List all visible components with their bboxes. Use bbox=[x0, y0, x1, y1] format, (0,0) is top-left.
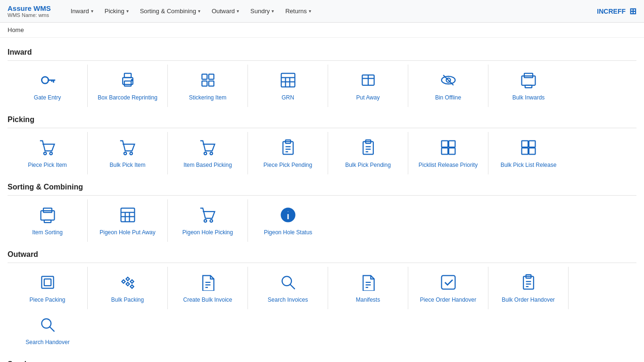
tile-row-inward: Gate EntryBox Barcode ReprintingStickeri… bbox=[8, 60, 636, 111]
tile-bin-offline[interactable]: Bin Offline bbox=[408, 65, 488, 107]
brand: Assure WMS WMS Name: wms bbox=[8, 4, 51, 18]
tile-picklist-release-priority[interactable]: Picklist Release Priority bbox=[408, 132, 488, 174]
svg-rect-10 bbox=[202, 81, 207, 86]
tile-row-outward: Piece PackingBulk PackingCreate Bulk Inv… bbox=[8, 263, 636, 355]
bulk-packing-label: Bulk Packing bbox=[111, 296, 144, 304]
svg-point-26 bbox=[43, 152, 46, 155]
tile-bulk-inwards[interactable]: Bulk Inwards bbox=[488, 65, 569, 107]
tile-item-based-picking[interactable]: Item Based Picking bbox=[168, 132, 248, 174]
put-away-label: Put Away bbox=[356, 94, 380, 102]
svg-rect-42 bbox=[441, 141, 448, 148]
svg-point-79 bbox=[41, 319, 51, 329]
bulk-pick-list-release-icon bbox=[520, 139, 537, 159]
item-based-picking-icon bbox=[199, 139, 216, 159]
tile-manifests[interactable]: Manifests bbox=[328, 267, 408, 309]
pigeon-hole-put-away-icon bbox=[119, 206, 136, 226]
pigeon-hole-put-away-label: Pigeon Hole Put Away bbox=[99, 229, 156, 237]
bulk-pick-list-release-label: Bulk Pick List Release bbox=[501, 162, 557, 169]
nav-item-sundry[interactable]: Sundry▾ bbox=[246, 0, 279, 23]
piece-pick-pending-icon bbox=[280, 139, 297, 159]
search-handover-icon bbox=[39, 316, 56, 336]
box-barcode-reprinting-icon bbox=[119, 72, 136, 91]
tile-pigeon-hole-picking[interactable]: Pigeon Hole Picking bbox=[168, 199, 248, 242]
svg-point-68 bbox=[282, 277, 291, 286]
svg-point-0 bbox=[41, 77, 48, 83]
section-title-inward: Inward bbox=[8, 48, 636, 57]
tile-piece-order-handover[interactable]: Piece Order Handover bbox=[408, 267, 488, 309]
tile-search-invoices[interactable]: Search Invoices bbox=[248, 267, 328, 309]
svg-point-30 bbox=[204, 152, 206, 155]
gate-entry-icon bbox=[39, 72, 56, 91]
tile-gate-entry[interactable]: Gate Entry bbox=[8, 65, 88, 107]
chevron-down-icon: ▾ bbox=[309, 8, 311, 14]
item-sorting-label: Item Sorting bbox=[32, 229, 63, 237]
manifests-icon bbox=[360, 274, 377, 294]
nav-item-outward[interactable]: Outward▾ bbox=[207, 0, 244, 23]
svg-rect-11 bbox=[208, 81, 214, 86]
box-barcode-reprinting-label: Box Barcode Reprinting bbox=[98, 94, 157, 102]
pigeon-hole-status-icon bbox=[280, 206, 297, 226]
svg-point-28 bbox=[124, 152, 126, 155]
bulk-packing-icon bbox=[119, 274, 136, 294]
svg-rect-44 bbox=[441, 148, 448, 155]
tile-pigeon-hole-put-away[interactable]: Pigeon Hole Put Away bbox=[88, 199, 168, 242]
grn-label: GRN bbox=[281, 94, 294, 102]
chevron-down-icon: ▾ bbox=[198, 8, 200, 14]
svg-point-27 bbox=[50, 152, 52, 155]
search-invoices-icon bbox=[280, 274, 297, 294]
tile-bulk-pick-list-release[interactable]: Bulk Pick List Release bbox=[488, 132, 569, 174]
tile-row-sorting---combining: Item SortingPigeon Hole Put AwayPigeon H… bbox=[8, 195, 636, 246]
tile-search-handover[interactable]: Search Handover bbox=[8, 309, 88, 352]
tile-grn[interactable]: GRN bbox=[248, 65, 328, 107]
svg-rect-46 bbox=[522, 141, 528, 148]
bulk-pick-item-icon bbox=[119, 139, 136, 159]
svg-rect-49 bbox=[529, 148, 536, 155]
svg-rect-64 bbox=[44, 279, 50, 286]
tile-piece-pick-item[interactable]: Piece Pick Item bbox=[8, 132, 88, 174]
piece-order-handover-label: Piece Order Handover bbox=[420, 296, 476, 304]
tile-piece-packing[interactable]: Piece Packing bbox=[8, 267, 88, 309]
chevron-down-icon: ▾ bbox=[272, 8, 274, 14]
nav-item-sorting---combining[interactable]: Sorting & Combining▾ bbox=[135, 0, 205, 23]
tile-bulk-order-handover[interactable]: Bulk Order Handover bbox=[488, 267, 569, 309]
nav-item-inward[interactable]: Inward▾ bbox=[66, 0, 98, 23]
tile-bulk-pick-item[interactable]: Bulk Pick Item bbox=[88, 132, 168, 174]
brand-sub: WMS Name: wms bbox=[8, 12, 51, 18]
stickering-item-icon bbox=[199, 72, 216, 91]
pigeon-hole-picking-icon bbox=[199, 206, 216, 226]
item-based-picking-label: Item Based Picking bbox=[183, 162, 232, 169]
piece-packing-label: Piece Packing bbox=[29, 296, 65, 304]
breadcrumb: Home bbox=[0, 23, 644, 38]
tile-create-bulk-invoice[interactable]: Create Bulk Invoice bbox=[168, 267, 248, 309]
tile-bulk-packing[interactable]: Bulk Packing bbox=[88, 267, 168, 309]
pigeon-hole-status-label: Pigeon Hole Status bbox=[264, 229, 313, 237]
header: Assure WMS WMS Name: wms Inward▾Picking▾… bbox=[0, 0, 644, 23]
nav-item-returns[interactable]: Returns▾ bbox=[281, 0, 316, 23]
svg-rect-73 bbox=[441, 276, 455, 289]
put-away-icon bbox=[360, 72, 377, 91]
main-content: InwardGate EntryBox Barcode ReprintingSt… bbox=[0, 38, 644, 362]
svg-rect-12 bbox=[281, 74, 295, 87]
chevron-down-icon: ▾ bbox=[126, 8, 129, 14]
svg-rect-48 bbox=[522, 148, 528, 155]
grid-icon[interactable]: ⊞ bbox=[629, 6, 636, 16]
svg-rect-47 bbox=[529, 141, 536, 148]
nav-item-picking[interactable]: Picking▾ bbox=[100, 0, 133, 23]
tile-stickering-item[interactable]: Stickering Item bbox=[168, 65, 248, 107]
svg-rect-53 bbox=[121, 208, 134, 222]
tile-row-picking: Piece Pick ItemBulk Pick ItemItem Based … bbox=[8, 128, 636, 178]
bin-offline-icon bbox=[440, 72, 457, 91]
tile-bulk-pick-pending[interactable]: Bulk Pick Pending bbox=[328, 132, 408, 174]
tile-box-barcode-reprinting[interactable]: Box Barcode Reprinting bbox=[88, 65, 168, 107]
tile-item-sorting[interactable]: Item Sorting bbox=[8, 199, 88, 242]
tile-piece-pick-pending[interactable]: Piece Pick Pending bbox=[248, 132, 328, 174]
bulk-pick-pending-label: Bulk Pick Pending bbox=[345, 162, 391, 169]
tile-pigeon-hole-status[interactable]: Pigeon Hole Status bbox=[248, 199, 328, 242]
svg-point-7 bbox=[131, 80, 132, 81]
gate-entry-label: Gate Entry bbox=[34, 94, 61, 102]
tile-put-away[interactable]: Put Away bbox=[328, 65, 408, 107]
bulk-pick-item-label: Bulk Pick Item bbox=[109, 162, 145, 169]
manifests-label: Manifests bbox=[356, 296, 380, 304]
svg-line-69 bbox=[290, 285, 295, 289]
header-right: INCREFF ⊞ bbox=[597, 6, 636, 16]
